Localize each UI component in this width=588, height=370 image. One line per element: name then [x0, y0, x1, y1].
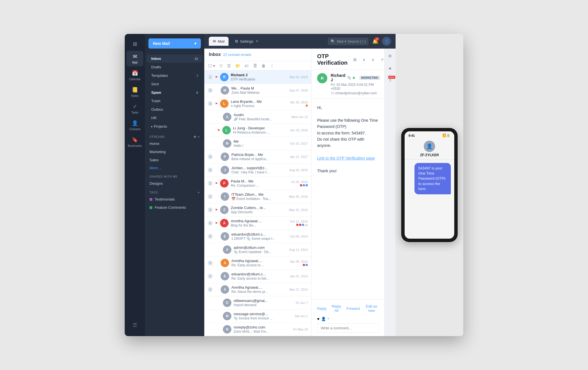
tag-feature-comments[interactable]: Feature Comments: [145, 203, 204, 212]
email-row[interactable]: 6 ⚑ A Amritha Agrawal.... Blog for the B…: [204, 217, 311, 230]
email-row[interactable]: 3 P Patricia Boyle... Me Beta release of…: [204, 150, 311, 164]
star-icon-right[interactable]: ★: [386, 64, 394, 72]
email-row[interactable]: 3 E eduardov@zillum.c... 1 DRAFT 📎 Some …: [204, 230, 311, 243]
email-row[interactable]: 1 ⚑ R Richard J OTP Verification Mar 02,…: [204, 71, 311, 84]
sort-button[interactable]: ☰: [225, 62, 232, 69]
phone-avatar: 👤: [424, 141, 435, 152]
email-row[interactable]: ⚑ L Li Jung - Developer Hi Rebecca Ander…: [204, 124, 311, 137]
otp-link[interactable]: Link to the OTP Verification page: [317, 156, 375, 160]
sidebar-item-contacts[interactable]: 👤 Contacts: [126, 117, 143, 133]
email-content: Lana Bryante... Me ≡ Agile Process: [231, 99, 288, 108]
delete-button[interactable]: 🗑: [260, 62, 267, 69]
sidebar-item-bookmarks[interactable]: 🔖 Bookmarks: [126, 134, 143, 150]
sidebar-item-drafts[interactable]: Drafts: [147, 63, 203, 71]
notes-icon: 📒: [131, 86, 138, 93]
heart-reaction[interactable]: ♥: [317, 317, 319, 321]
email-row[interactable]: 3 ⚑ L Lana Bryante... Me ≡ Agile Process…: [204, 97, 311, 110]
prev-email-button[interactable]: ∧: [360, 56, 368, 64]
search-bar[interactable]: 🔍 Mail ▾ Search ( / ): [328, 38, 368, 45]
email-row[interactable]: A Austin 🔗 Fwd: Beautiful locati... Wed …: [204, 110, 311, 124]
email-row[interactable]: 5 M Me... Paula M Zoho Mail Webinar Sep …: [204, 84, 311, 97]
select-checkbox-button[interactable]: ☐ ▾: [207, 62, 217, 69]
sender-avatar: R: [317, 73, 327, 83]
sidebar-item-spam[interactable]: Spam 6: [147, 88, 203, 97]
projects-label: Projects: [154, 124, 167, 129]
shared-header: SHARED WITH ME: [145, 172, 204, 179]
folder-button[interactable]: 📁: [234, 62, 242, 69]
email-meta: May 05, 2016: [289, 195, 308, 198]
stream-sales[interactable]: Sales: [145, 156, 204, 164]
email-row[interactable]: 2 I ITTeam Zillum... Me 📅 Event Invitati…: [204, 190, 311, 203]
sidebar-item-sent[interactable]: Sent: [147, 80, 203, 88]
email-date: Sep 07, 2018: [289, 89, 308, 92]
tag-button[interactable]: 🏷: [243, 62, 250, 69]
email-meta: Sat Jun 1: [295, 314, 308, 318]
user-avatar[interactable]: 👤: [382, 37, 391, 46]
sidebar-item-outbox[interactable]: Outbox: [147, 105, 203, 114]
email-content: eduardov@zillum.c... Re: Early access to…: [231, 272, 288, 280]
streams-settings-icon[interactable]: ⚙: [194, 135, 196, 138]
grid-menu-button[interactable]: ⊞: [126, 38, 143, 50]
tab-settings[interactable]: ⚙ Settings ✕: [231, 36, 263, 46]
testimonials-color-dot: [150, 198, 152, 201]
email-dots: [303, 264, 308, 266]
email-row[interactable]: 2 A Amritha Agrawal.... Re: About the de…: [204, 283, 311, 296]
new-mail-button[interactable]: New Mail ▾: [148, 38, 201, 49]
tab-mail[interactable]: ✉ Mail: [209, 37, 229, 46]
sent-label: Sent: [151, 82, 159, 86]
settings-icon-right[interactable]: ⚙: [386, 52, 394, 60]
notification-button[interactable]: 🔔 2: [371, 37, 380, 46]
popout-button[interactable]: ↗: [378, 56, 384, 64]
email-row[interactable]: O oliliwenuaru@gmai... Import demand Fri…: [204, 296, 311, 310]
email-row[interactable]: 5 A Amritha Agrawal.... Re: Early access…: [204, 256, 311, 270]
reply-button[interactable]: Reply: [317, 303, 326, 314]
tags-add-icon[interactable]: +: [198, 191, 200, 194]
expand-button[interactable]: ⊞: [351, 56, 359, 64]
streams-more-button[interactable]: More ...: [145, 164, 204, 172]
forward-button[interactable]: Forward: [346, 303, 360, 314]
email-subject: App Discounts: [231, 210, 287, 214]
comment-input[interactable]: [317, 323, 379, 333]
filter-button[interactable]: ▽: [218, 62, 224, 69]
shared-designs[interactable]: Designs: [145, 179, 204, 188]
phone-signal-icons: 📶🔋: [442, 134, 450, 137]
email-row[interactable]: 2 ⚑ P Paula M... Me Re: Comparison ... J…: [204, 177, 311, 190]
sidebar-item-mail[interactable]: ✉ Mail: [126, 51, 143, 66]
stream-marketing[interactable]: Marketing: [145, 148, 204, 156]
email-row[interactable]: 3 ⚑ Z Zombie Cutters... le... App Discou…: [204, 203, 311, 217]
next-email-button[interactable]: ∨: [369, 56, 377, 64]
sidebar-item-projects[interactable]: ▸ Projects: [147, 122, 203, 130]
new-feature-button[interactable]: ? NEW: [386, 77, 394, 85]
streams-add-icon[interactable]: +: [198, 135, 200, 138]
email-meta: Mar 27, 2014: [289, 288, 308, 291]
person-reaction[interactable]: 👤: [321, 317, 326, 321]
email-row[interactable]: 3 J Jordan... support@z... Chat : Hey Pa…: [204, 164, 311, 177]
archive-button[interactable]: 🗄: [251, 62, 259, 69]
sidebar-item-tasks[interactable]: ✓ Tasks: [126, 101, 143, 116]
email-content: Patricia Boyle... Me Beta release of app…: [231, 153, 288, 161]
more-actions-button[interactable]: ⋮: [268, 62, 276, 69]
collapse-button[interactable]: ☰: [133, 322, 137, 332]
email-row[interactable]: M Me Hello ! Oct 10, 2017: [204, 137, 311, 150]
email-date: May 15, 2015: [289, 208, 308, 212]
unread-emails-link[interactable]: 22 unread emails: [223, 53, 251, 57]
email-row[interactable]: A admin@zillum.com 📎 Event Updated - De.…: [204, 243, 311, 256]
email-row[interactable]: M message-service@... 📎 Invoice from Inv…: [204, 310, 311, 323]
reply-all-button[interactable]: Reply All: [331, 303, 342, 314]
to-address: richardjohnson@zylker.com: [335, 91, 377, 95]
tag-testimonials[interactable]: Testimonials: [145, 195, 204, 203]
sidebar-item-calendar[interactable]: 📅 Calendar: [126, 68, 143, 83]
sidebar-item-notes[interactable]: 📒 Notes: [126, 84, 143, 100]
tab-settings-close[interactable]: ✕: [255, 39, 259, 44]
email-meta: Oct 11, 2014 +1: [290, 220, 308, 227]
edit-as-new-button[interactable]: Edit as new: [364, 303, 379, 314]
stream-home[interactable]: Home: [145, 140, 204, 148]
flag-icon: ⚑: [217, 129, 220, 132]
sidebar-item-inbox[interactable]: Inbox 22: [147, 55, 203, 63]
email-row[interactable]: 2 E eduardov@zillum.c... Re: Early acces…: [204, 270, 311, 283]
email-row[interactable]: N noreply@zoho.com Zoho MAIL :: Mail For…: [204, 323, 311, 336]
sidebar-item-hr[interactable]: HR: [147, 114, 203, 122]
email-view-actions: ⊞ ∧ ∨ ↗ ✕: [351, 56, 384, 64]
sidebar-item-templates[interactable]: Templates 3: [147, 71, 203, 80]
sidebar-item-trash[interactable]: Trash: [147, 97, 203, 105]
